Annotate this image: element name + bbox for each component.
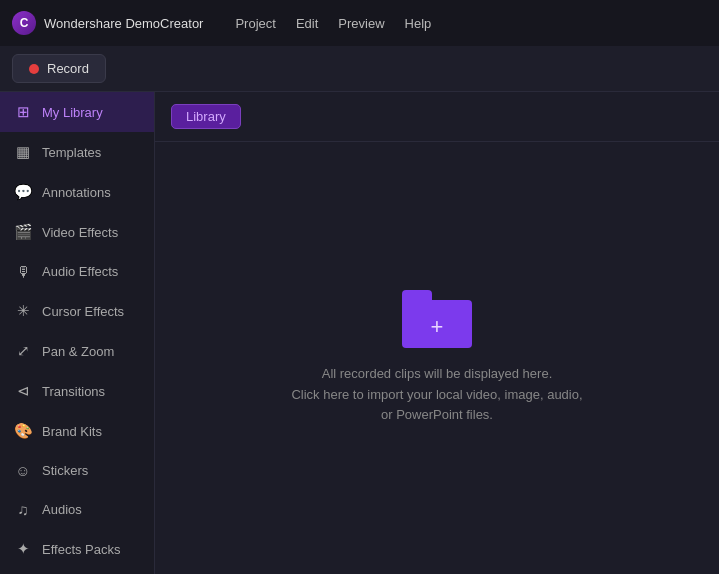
- record-label: Record: [47, 61, 89, 76]
- sidebar-item-label-cursor-effects: Cursor Effects: [42, 304, 124, 319]
- sidebar-item-cursor-effects[interactable]: ✳Cursor Effects: [0, 291, 154, 331]
- library-badge: Library: [171, 104, 241, 129]
- audio-effects-icon: 🎙: [14, 263, 32, 280]
- nav-item-edit[interactable]: Edit: [296, 12, 318, 35]
- record-dot-icon: [29, 64, 39, 74]
- brand-kits-icon: 🎨: [14, 422, 32, 440]
- sidebar-item-templates[interactable]: ▦Templates: [0, 132, 154, 172]
- app-logo-icon: C: [12, 11, 36, 35]
- stickers-icon: ☺: [14, 462, 32, 479]
- templates-icon: ▦: [14, 143, 32, 161]
- sidebar-item-label-templates: Templates: [42, 145, 101, 160]
- sidebar-item-audio-effects[interactable]: 🎙Audio Effects: [0, 252, 154, 291]
- sidebar-item-label-pan-zoom: Pan & Zoom: [42, 344, 114, 359]
- record-button[interactable]: Record: [12, 54, 106, 83]
- sidebar: ⊞My Library▦Templates💬Annotations🎬Video …: [0, 92, 155, 574]
- sidebar-item-label-audio-effects: Audio Effects: [42, 264, 118, 279]
- sidebar-item-stickers[interactable]: ☺Stickers: [0, 451, 154, 490]
- cursor-effects-icon: ✳: [14, 302, 32, 320]
- empty-state-text: All recorded clips will be displayed her…: [291, 364, 582, 426]
- annotations-icon: 💬: [14, 183, 32, 201]
- sidebar-item-brand-kits[interactable]: 🎨Brand Kits: [0, 411, 154, 451]
- sidebar-item-my-library[interactable]: ⊞My Library: [0, 92, 154, 132]
- app-title: Wondershare DemoCreator: [44, 16, 203, 31]
- sidebar-item-label-transitions: Transitions: [42, 384, 105, 399]
- sidebar-item-pan-zoom[interactable]: ⤢Pan & Zoom: [0, 331, 154, 371]
- sidebar-item-video-effects[interactable]: 🎬Video Effects: [0, 212, 154, 252]
- effects-packs-icon: ✦: [14, 540, 32, 558]
- topbar: C Wondershare DemoCreator ProjectEditPre…: [0, 0, 719, 46]
- nav-item-preview[interactable]: Preview: [338, 12, 384, 35]
- pan-zoom-icon: ⤢: [14, 342, 32, 360]
- content-header: Library: [155, 92, 719, 142]
- sidebar-item-audios[interactable]: ♫Audios: [0, 490, 154, 529]
- empty-state: + All recorded clips will be displayed h…: [291, 290, 582, 426]
- my-library-icon: ⊞: [14, 103, 32, 121]
- nav-item-project[interactable]: Project: [235, 12, 275, 35]
- sidebar-item-label-effects-packs: Effects Packs: [42, 542, 121, 557]
- sidebar-item-label-audios: Audios: [42, 502, 82, 517]
- sidebar-item-transitions[interactable]: ⊲Transitions: [0, 371, 154, 411]
- sidebar-item-label-video-effects: Video Effects: [42, 225, 118, 240]
- logo-area: C Wondershare DemoCreator: [12, 11, 203, 35]
- transitions-icon: ⊲: [14, 382, 32, 400]
- main-area: ⊞My Library▦Templates💬Annotations🎬Video …: [0, 92, 719, 574]
- folder-body: +: [402, 300, 472, 348]
- content-body[interactable]: + All recorded clips will be displayed h…: [155, 142, 719, 574]
- empty-line-1: All recorded clips will be displayed her…: [291, 364, 582, 385]
- audios-icon: ♫: [14, 501, 32, 518]
- folder-icon: +: [402, 290, 472, 348]
- folder-plus-icon: +: [431, 316, 444, 338]
- sidebar-item-effects-packs[interactable]: ✦Effects Packs: [0, 529, 154, 569]
- sidebar-item-label-my-library: My Library: [42, 105, 103, 120]
- sidebar-item-annotations[interactable]: 💬Annotations: [0, 172, 154, 212]
- sidebar-item-label-annotations: Annotations: [42, 185, 111, 200]
- toolbar: Record: [0, 46, 719, 92]
- sidebar-item-label-stickers: Stickers: [42, 463, 88, 478]
- content-area: Library + All recorded clips will be dis…: [155, 92, 719, 574]
- empty-line-2: Click here to import your local video, i…: [291, 385, 582, 406]
- video-effects-icon: 🎬: [14, 223, 32, 241]
- sidebar-item-label-brand-kits: Brand Kits: [42, 424, 102, 439]
- nav-menu: ProjectEditPreviewHelp: [235, 12, 431, 35]
- nav-item-help[interactable]: Help: [405, 12, 432, 35]
- empty-line-3: or PowerPoint files.: [291, 405, 582, 426]
